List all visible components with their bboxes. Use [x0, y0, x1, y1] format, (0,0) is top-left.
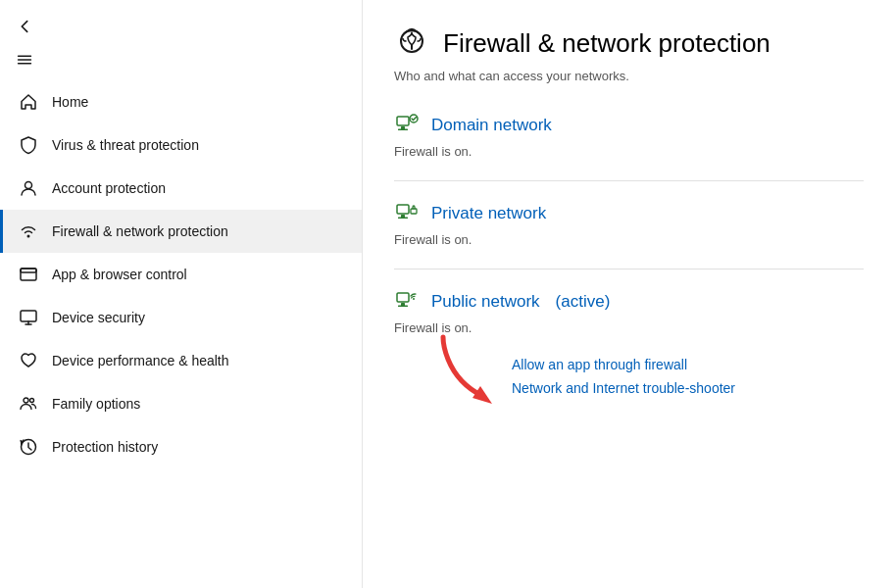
sidebar-item-device[interactable]: Device security: [0, 296, 362, 339]
public-network-label: Public network: [431, 292, 540, 312]
sidebar-item-health-label: Device performance & health: [52, 353, 229, 368]
svg-point-8: [24, 398, 28, 403]
domain-network-icon: [394, 111, 420, 140]
private-network-status: Firewall is on.: [394, 232, 864, 247]
svg-rect-6: [21, 269, 36, 272]
sidebar-item-home[interactable]: Home: [0, 80, 362, 123]
domain-network-link[interactable]: Domain network: [394, 111, 864, 140]
sidebar-item-device-label: Device security: [52, 310, 145, 325]
firewall-header-icon: [394, 24, 429, 59]
divider-1: [394, 180, 864, 181]
sidebar-item-history[interactable]: Protection history: [0, 425, 362, 468]
sidebar-item-firewall-label: Firewall & network protection: [52, 223, 228, 239]
private-network-link[interactable]: Private network: [394, 199, 864, 228]
svg-marker-24: [472, 386, 492, 404]
sidebar-item-browser[interactable]: App & browser control: [0, 253, 362, 296]
sidebar-item-health[interactable]: Device performance & health: [0, 339, 362, 382]
svg-point-9: [30, 399, 34, 403]
domain-network-status: Firewall is on.: [394, 144, 864, 159]
hamburger-icon: [16, 51, 33, 69]
links-section: Allow an app through firewall Network an…: [394, 357, 864, 396]
svg-rect-0: [18, 56, 31, 58]
private-network-section: Private network Firewall is on.: [394, 199, 864, 247]
svg-rect-12: [397, 117, 409, 125]
main-content: Firewall & network protection Who and wh…: [363, 0, 895, 588]
sidebar-item-virus[interactable]: Virus & threat protection: [0, 123, 362, 167]
svg-rect-2: [18, 63, 31, 65]
svg-rect-20: [397, 293, 409, 302]
hamburger-button[interactable]: [0, 43, 362, 80]
shield-icon: [19, 135, 38, 155]
back-button[interactable]: [0, 10, 362, 43]
window-icon: [19, 265, 38, 284]
svg-rect-1: [18, 59, 31, 61]
svg-rect-18: [398, 218, 408, 220]
sidebar-item-virus-label: Virus & threat protection: [52, 137, 199, 153]
svg-point-23: [413, 298, 415, 300]
private-network-icon: [394, 199, 420, 228]
troubleshooter-link[interactable]: Network and Internet trouble-shooter: [512, 380, 864, 396]
svg-rect-16: [397, 205, 409, 214]
sidebar: Home Virus & threat protection Account p…: [0, 0, 363, 588]
svg-rect-14: [398, 129, 408, 131]
svg-point-4: [27, 235, 30, 238]
svg-point-3: [25, 182, 32, 189]
sidebar-item-account-label: Account protection: [52, 180, 166, 196]
allow-app-link[interactable]: Allow an app through firewall: [512, 357, 864, 372]
back-icon: [16, 18, 33, 35]
sidebar-item-history-label: Protection history: [52, 439, 158, 455]
sidebar-item-firewall[interactable]: Firewall & network protection: [0, 210, 362, 253]
svg-rect-19: [411, 209, 417, 214]
page-subtitle: Who and what can access your networks.: [394, 69, 864, 83]
wifi-signal-icon: [19, 221, 38, 241]
page-title: Firewall & network protection: [443, 28, 771, 59]
public-network-link[interactable]: Public network (active): [394, 287, 864, 317]
public-network-icon: [394, 287, 420, 317]
sidebar-item-account[interactable]: Account protection: [0, 167, 362, 210]
person-icon: [19, 178, 38, 198]
page-header: Firewall & network protection: [394, 24, 864, 63]
sidebar-item-browser-label: App & browser control: [52, 267, 187, 282]
people-icon: [19, 394, 38, 414]
sidebar-item-home-label: Home: [52, 94, 88, 110]
divider-2: [394, 269, 864, 270]
domain-network-section: Domain network Firewall is on.: [394, 111, 864, 159]
home-icon: [19, 92, 38, 112]
domain-network-label: Domain network: [431, 116, 552, 135]
monitor-icon: [19, 308, 38, 327]
sidebar-item-family-label: Family options: [52, 396, 140, 412]
svg-rect-22: [398, 306, 408, 308]
private-network-label: Private network: [431, 204, 546, 223]
public-network-active-badge: (active): [556, 292, 611, 312]
red-arrow: [394, 327, 522, 416]
sidebar-item-family[interactable]: Family options: [0, 382, 362, 425]
svg-rect-7: [21, 311, 36, 321]
page-header-icon: [394, 24, 429, 63]
clock-icon: [19, 437, 38, 457]
heart-icon: [19, 351, 38, 370]
svg-rect-5: [21, 269, 36, 280]
